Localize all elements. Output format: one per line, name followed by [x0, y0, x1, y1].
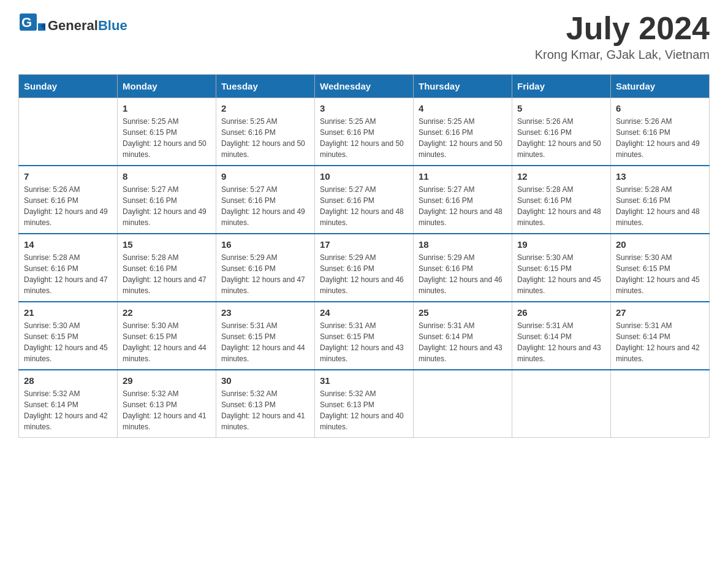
- day-info: Sunrise: 5:25 AMSunset: 6:15 PMDaylight:…: [123, 116, 211, 160]
- calendar-cell: [414, 370, 512, 438]
- day-info: Sunrise: 5:31 AMSunset: 6:14 PMDaylight:…: [517, 320, 605, 364]
- day-info: Sunrise: 5:26 AMSunset: 6:16 PMDaylight:…: [517, 116, 605, 160]
- day-info: Sunrise: 5:29 AMSunset: 6:16 PMDaylight:…: [419, 252, 507, 296]
- day-number: 5: [517, 103, 605, 113]
- day-number: 20: [616, 239, 704, 250]
- day-info: Sunrise: 5:30 AMSunset: 6:15 PMDaylight:…: [123, 320, 211, 364]
- calendar-cell: 4Sunrise: 5:25 AMSunset: 6:16 PMDaylight…: [414, 98, 512, 166]
- day-info: Sunrise: 5:32 AMSunset: 6:13 PMDaylight:…: [221, 388, 309, 432]
- weekday-header-thursday: Thursday: [414, 75, 512, 98]
- weekday-header-wednesday: Wednesday: [315, 75, 414, 98]
- month-title: July 2024: [535, 12, 710, 44]
- day-info: Sunrise: 5:30 AMSunset: 6:15 PMDaylight:…: [24, 320, 112, 364]
- calendar-cell: 21Sunrise: 5:30 AMSunset: 6:15 PMDayligh…: [19, 302, 118, 370]
- day-info: Sunrise: 5:28 AMSunset: 6:16 PMDaylight:…: [24, 252, 112, 296]
- day-info: Sunrise: 5:30 AMSunset: 6:15 PMDaylight:…: [616, 252, 704, 296]
- day-info: Sunrise: 5:31 AMSunset: 6:15 PMDaylight:…: [320, 320, 408, 364]
- day-info: Sunrise: 5:29 AMSunset: 6:16 PMDaylight:…: [320, 252, 408, 296]
- day-number: 3: [320, 103, 408, 113]
- day-info: Sunrise: 5:25 AMSunset: 6:16 PMDaylight:…: [320, 116, 408, 160]
- day-number: 19: [517, 239, 605, 250]
- day-number: 11: [419, 171, 507, 182]
- calendar-cell: 13Sunrise: 5:28 AMSunset: 6:16 PMDayligh…: [611, 166, 710, 234]
- calendar-cell: [512, 370, 611, 438]
- calendar-cell: 20Sunrise: 5:30 AMSunset: 6:15 PMDayligh…: [611, 234, 710, 302]
- day-info: Sunrise: 5:27 AMSunset: 6:16 PMDaylight:…: [320, 184, 408, 228]
- calendar-week-row: 14Sunrise: 5:28 AMSunset: 6:16 PMDayligh…: [19, 234, 710, 302]
- day-info: Sunrise: 5:26 AMSunset: 6:16 PMDaylight:…: [24, 184, 112, 228]
- weekday-header-friday: Friday: [512, 75, 611, 98]
- weekday-header-tuesday: Tuesday: [216, 75, 315, 98]
- day-info: Sunrise: 5:28 AMSunset: 6:16 PMDaylight:…: [123, 252, 211, 296]
- calendar-week-row: 28Sunrise: 5:32 AMSunset: 6:14 PMDayligh…: [19, 370, 710, 438]
- calendar-cell: [611, 370, 710, 438]
- day-number: 14: [24, 239, 112, 250]
- calendar-cell: 16Sunrise: 5:29 AMSunset: 6:16 PMDayligh…: [216, 234, 315, 302]
- calendar-cell: 22Sunrise: 5:30 AMSunset: 6:15 PMDayligh…: [118, 302, 216, 370]
- day-info: Sunrise: 5:30 AMSunset: 6:15 PMDaylight:…: [517, 252, 605, 296]
- calendar-cell: 17Sunrise: 5:29 AMSunset: 6:16 PMDayligh…: [315, 234, 414, 302]
- calendar-cell: 5Sunrise: 5:26 AMSunset: 6:16 PMDaylight…: [512, 98, 611, 166]
- day-number: 9: [221, 171, 309, 182]
- calendar-table: SundayMondayTuesdayWednesdayThursdayFrid…: [18, 74, 710, 438]
- calendar-cell: 10Sunrise: 5:27 AMSunset: 6:16 PMDayligh…: [315, 166, 414, 234]
- logo-blue-text: Blue: [98, 18, 127, 33]
- weekday-header-saturday: Saturday: [611, 75, 710, 98]
- calendar-cell: 19Sunrise: 5:30 AMSunset: 6:15 PMDayligh…: [512, 234, 611, 302]
- day-info: Sunrise: 5:31 AMSunset: 6:14 PMDaylight:…: [616, 320, 704, 364]
- calendar-cell: 31Sunrise: 5:32 AMSunset: 6:13 PMDayligh…: [315, 370, 414, 438]
- calendar-cell: 25Sunrise: 5:31 AMSunset: 6:14 PMDayligh…: [414, 302, 512, 370]
- day-number: 1: [123, 103, 211, 113]
- day-number: 25: [419, 307, 507, 318]
- calendar-cell: 29Sunrise: 5:32 AMSunset: 6:13 PMDayligh…: [118, 370, 216, 438]
- calendar-cell: 30Sunrise: 5:32 AMSunset: 6:13 PMDayligh…: [216, 370, 315, 438]
- day-info: Sunrise: 5:27 AMSunset: 6:16 PMDaylight:…: [123, 184, 211, 228]
- day-info: Sunrise: 5:31 AMSunset: 6:15 PMDaylight:…: [221, 320, 309, 364]
- day-number: 28: [24, 375, 112, 386]
- calendar-cell: 26Sunrise: 5:31 AMSunset: 6:14 PMDayligh…: [512, 302, 611, 370]
- day-info: Sunrise: 5:28 AMSunset: 6:16 PMDaylight:…: [616, 184, 704, 228]
- location-subtitle: Krong Kmar, GJak Lak, Vietnam: [535, 48, 710, 62]
- calendar-cell: 7Sunrise: 5:26 AMSunset: 6:16 PMDaylight…: [19, 166, 118, 234]
- weekday-header-sunday: Sunday: [19, 75, 118, 98]
- calendar-header-row: SundayMondayTuesdayWednesdayThursdayFrid…: [19, 75, 710, 98]
- calendar-cell: 18Sunrise: 5:29 AMSunset: 6:16 PMDayligh…: [414, 234, 512, 302]
- day-number: 8: [123, 171, 211, 182]
- day-number: 30: [221, 375, 309, 386]
- day-number: 29: [123, 375, 211, 386]
- day-number: 23: [221, 307, 309, 318]
- calendar-cell: 1Sunrise: 5:25 AMSunset: 6:15 PMDaylight…: [118, 98, 216, 166]
- day-info: Sunrise: 5:32 AMSunset: 6:13 PMDaylight:…: [320, 388, 408, 432]
- day-info: Sunrise: 5:25 AMSunset: 6:16 PMDaylight:…: [221, 116, 309, 160]
- day-number: 4: [419, 103, 507, 113]
- calendar-cell: 6Sunrise: 5:26 AMSunset: 6:16 PMDaylight…: [611, 98, 710, 166]
- day-number: 22: [123, 307, 211, 318]
- day-info: Sunrise: 5:25 AMSunset: 6:16 PMDaylight:…: [419, 116, 507, 160]
- day-number: 16: [221, 239, 309, 250]
- day-info: Sunrise: 5:27 AMSunset: 6:16 PMDaylight:…: [221, 184, 309, 228]
- day-number: 2: [221, 103, 309, 113]
- calendar-cell: 8Sunrise: 5:27 AMSunset: 6:16 PMDaylight…: [118, 166, 216, 234]
- logo-icon: G: [18, 12, 45, 39]
- svg-text:G: G: [21, 15, 32, 30]
- day-info: Sunrise: 5:27 AMSunset: 6:16 PMDaylight:…: [419, 184, 507, 228]
- day-number: 31: [320, 375, 408, 386]
- calendar-cell: 24Sunrise: 5:31 AMSunset: 6:15 PMDayligh…: [315, 302, 414, 370]
- day-info: Sunrise: 5:32 AMSunset: 6:14 PMDaylight:…: [24, 388, 112, 432]
- day-number: 13: [616, 171, 704, 182]
- day-info: Sunrise: 5:28 AMSunset: 6:16 PMDaylight:…: [517, 184, 605, 228]
- calendar-cell: 12Sunrise: 5:28 AMSunset: 6:16 PMDayligh…: [512, 166, 611, 234]
- calendar-week-row: 7Sunrise: 5:26 AMSunset: 6:16 PMDaylight…: [19, 166, 710, 234]
- day-number: 27: [616, 307, 704, 318]
- day-info: Sunrise: 5:29 AMSunset: 6:16 PMDaylight:…: [221, 252, 309, 296]
- day-number: 10: [320, 171, 408, 182]
- calendar-cell: 28Sunrise: 5:32 AMSunset: 6:14 PMDayligh…: [19, 370, 118, 438]
- calendar-cell: [19, 98, 118, 166]
- calendar-cell: 23Sunrise: 5:31 AMSunset: 6:15 PMDayligh…: [216, 302, 315, 370]
- title-block: July 2024 Krong Kmar, GJak Lak, Vietnam: [535, 12, 710, 62]
- calendar-cell: 15Sunrise: 5:28 AMSunset: 6:16 PMDayligh…: [118, 234, 216, 302]
- calendar-cell: 2Sunrise: 5:25 AMSunset: 6:16 PMDaylight…: [216, 98, 315, 166]
- day-number: 15: [123, 239, 211, 250]
- day-number: 6: [616, 103, 704, 113]
- day-number: 7: [24, 171, 112, 182]
